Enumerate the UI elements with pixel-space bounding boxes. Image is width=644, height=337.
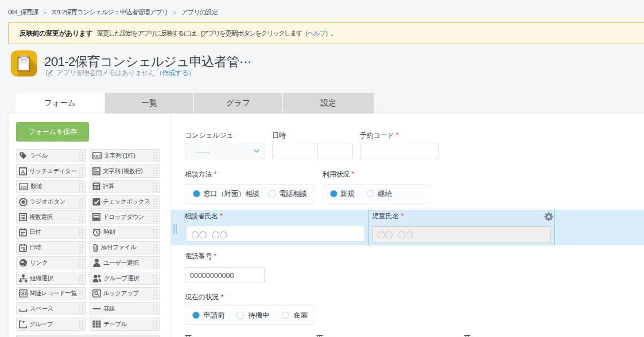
svg-text:ABC: ABC: [94, 155, 102, 158]
svg-text:A: A: [21, 168, 25, 174]
svg-text:123: 123: [21, 185, 27, 189]
